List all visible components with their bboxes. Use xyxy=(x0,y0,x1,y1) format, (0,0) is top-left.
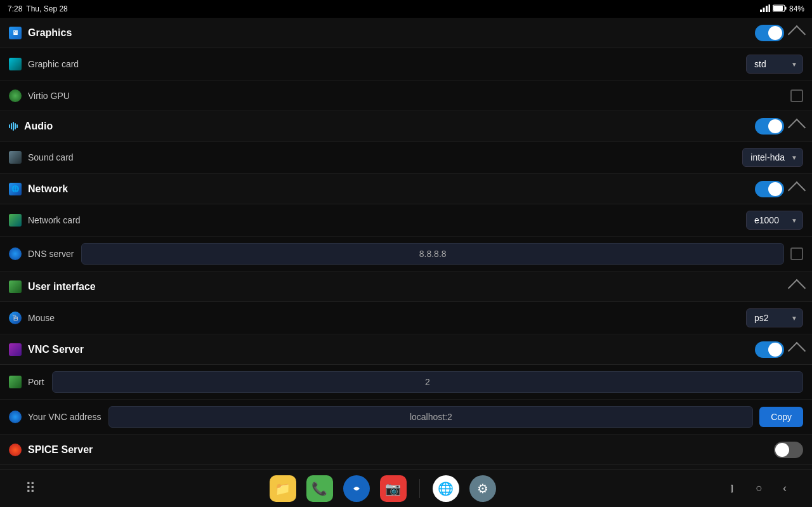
vnc-label: VNC Server xyxy=(28,344,84,355)
app-icon-settings[interactable]: ⚙ xyxy=(469,475,496,502)
network-chevron[interactable] xyxy=(788,181,806,199)
dns-server-row: DNS server xyxy=(0,237,812,272)
vnc-address-row: Your VNC address Copy xyxy=(0,400,812,435)
audio-chevron[interactable] xyxy=(788,119,806,136)
graphics-toggle[interactable] xyxy=(755,25,784,41)
vnc-section-header: VNC Server xyxy=(0,334,812,365)
sound-card-row: Sound card intel-hda xyxy=(0,142,812,174)
audio-label: Audio xyxy=(24,121,53,132)
network-card-label: Network card xyxy=(28,215,80,225)
app-icon-chrome[interactable]: 🌐 xyxy=(433,475,459,502)
graphic-card-dropdown[interactable]: std xyxy=(746,55,803,74)
sound-card-icon xyxy=(9,151,22,164)
network-section-header: 🌐 Network xyxy=(0,174,812,204)
graphics-section-header: 🖥 Graphics xyxy=(0,18,812,48)
port-row: Port xyxy=(0,365,812,400)
battery-icon xyxy=(773,4,787,14)
graphics-chevron[interactable] xyxy=(788,25,806,43)
nav-back-button[interactable]: ‹ xyxy=(783,482,787,495)
virtio-icon xyxy=(9,89,22,102)
sound-card-label: Sound card xyxy=(28,152,74,162)
battery-percent: 84% xyxy=(789,4,804,13)
user-interface-label: User interface xyxy=(28,281,96,293)
vnc-address-label: Your VNC address xyxy=(28,412,101,422)
app-icon-files[interactable]: 📁 xyxy=(270,475,296,502)
mouse-value: ps2 xyxy=(754,313,769,323)
mouse-row: 🖱 Mouse ps2 xyxy=(0,302,812,334)
graphics-label: Graphics xyxy=(28,27,72,39)
svg-rect-5 xyxy=(785,6,786,10)
sound-card-dropdown[interactable]: intel-hda xyxy=(742,148,803,167)
status-date: Thu, Sep 28 xyxy=(26,4,67,13)
svg-rect-1 xyxy=(763,8,764,12)
app-icon-phone[interactable]: 📞 xyxy=(306,475,333,502)
virtio-gpu-label: Virtio GPU xyxy=(28,91,70,101)
audio-icon xyxy=(9,122,18,131)
port-label: Port xyxy=(28,377,44,387)
vnc-toggle[interactable] xyxy=(755,341,784,358)
ui-icon xyxy=(9,280,22,293)
mouse-dropdown[interactable]: ps2 xyxy=(746,308,803,327)
network-card-icon xyxy=(9,214,22,227)
audio-section-header: Audio xyxy=(0,111,812,142)
nav-recents-button[interactable]: ⫿ xyxy=(730,482,735,495)
copy-button[interactable]: Copy xyxy=(759,407,803,427)
nav-app-grid[interactable]: ⠿ xyxy=(25,480,36,497)
ui-chevron[interactable] xyxy=(788,279,806,297)
svg-rect-6 xyxy=(773,6,783,11)
virtio-gpu-checkbox[interactable] xyxy=(790,89,803,102)
app-icon-copilot[interactable] xyxy=(343,475,370,502)
vnc-addr-icon xyxy=(9,411,22,423)
dns-server-label: DNS server xyxy=(28,249,74,259)
virtio-gpu-row: Virtio GPU xyxy=(0,81,812,111)
graphics-icon: 🖥 xyxy=(9,27,22,39)
network-toggle[interactable] xyxy=(755,181,784,197)
network-label: Network xyxy=(28,183,68,195)
nav-divider xyxy=(419,479,420,498)
svg-rect-2 xyxy=(766,6,768,12)
spice-label: SPICE Server xyxy=(28,444,93,456)
user-interface-section-header: User interface xyxy=(0,272,812,302)
audio-toggle[interactable] xyxy=(755,118,784,135)
dns-server-checkbox[interactable] xyxy=(790,247,803,260)
main-content: 🖥 Graphics Graphic card std Virtio GPU xyxy=(0,18,812,469)
spice-section-header: SPICE Server xyxy=(0,435,812,465)
mouse-label: Mouse xyxy=(28,313,55,323)
nav-bar: ⠿ 📁 📞 📷 🌐 ⚙ ⫿ ○ ‹ xyxy=(0,469,812,507)
port-icon xyxy=(9,376,22,388)
svg-rect-3 xyxy=(768,4,770,12)
vnc-chevron[interactable] xyxy=(788,342,806,360)
status-bar: 7:28 Thu, Sep 28 84% xyxy=(0,0,812,18)
svg-rect-0 xyxy=(760,10,762,12)
network-icon: 🌐 xyxy=(9,183,22,195)
signal-icon xyxy=(760,4,770,14)
graphic-card-value: std xyxy=(754,59,766,69)
dns-server-input[interactable] xyxy=(81,243,784,265)
graphic-card-label: Graphic card xyxy=(28,59,79,69)
network-card-row: Network card e1000 xyxy=(0,204,812,237)
nav-home-button[interactable]: ○ xyxy=(756,482,763,495)
spice-icon xyxy=(9,444,22,456)
network-card-dropdown[interactable]: e1000 xyxy=(746,211,803,230)
network-card-value: e1000 xyxy=(754,215,779,225)
vnc-icon xyxy=(9,343,22,356)
port-input[interactable] xyxy=(52,371,803,393)
sound-card-value: intel-hda xyxy=(750,152,785,162)
status-time: 7:28 xyxy=(8,4,22,13)
vnc-address-input[interactable] xyxy=(108,406,753,428)
dns-icon xyxy=(9,247,22,260)
mouse-icon: 🖱 xyxy=(9,312,22,324)
spice-toggle[interactable] xyxy=(774,442,803,458)
app-icon-camera[interactable]: 📷 xyxy=(380,475,407,502)
graphic-card-row: Graphic card std xyxy=(0,48,812,81)
graphic-card-icon xyxy=(9,58,22,70)
